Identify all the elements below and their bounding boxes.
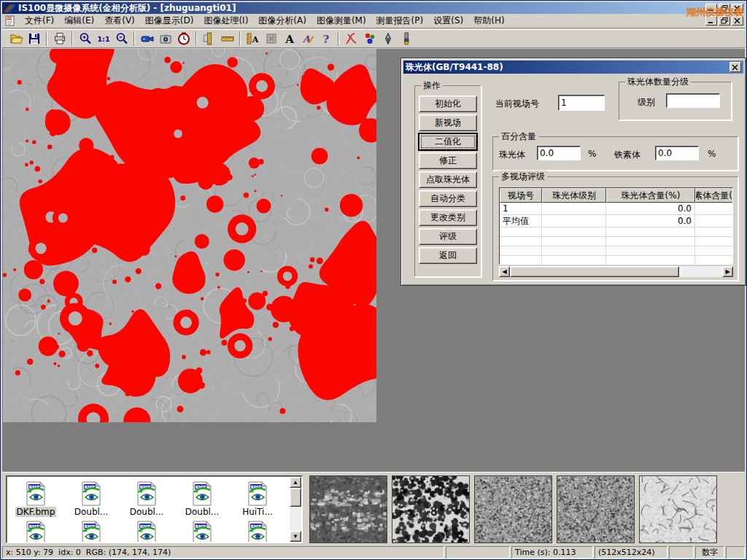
menu-item-1[interactable]: 文件(F) bbox=[20, 13, 59, 28]
op-button-6[interactable]: 自动分类 bbox=[419, 190, 477, 207]
menu-items: 文件(F)编辑(E)查看(V)图像显示(D)图像处理(I)图像分析(A)图像测量… bbox=[20, 13, 510, 28]
level-input[interactable] bbox=[666, 93, 720, 108]
current-field-input[interactable] bbox=[558, 95, 605, 111]
thumbnail-4[interactable] bbox=[557, 475, 635, 543]
open-file-button[interactable] bbox=[7, 30, 25, 47]
scroll-right-button[interactable]: ▶ bbox=[722, 266, 733, 277]
brush-tool-icon bbox=[399, 31, 414, 46]
op-button-7[interactable]: 更改类别 bbox=[419, 209, 477, 226]
op-button-2[interactable]: 新视场 bbox=[419, 114, 477, 131]
classify-dots-button[interactable] bbox=[360, 30, 379, 47]
table-row-1[interactable]: 10.0 bbox=[500, 203, 732, 215]
curve-tool-button[interactable] bbox=[342, 30, 360, 47]
micrograph-image[interactable] bbox=[3, 49, 376, 422]
op-button-3[interactable]: 二值化 bbox=[419, 133, 477, 150]
table-horizontal-scrollbar[interactable]: ◀ ▶ bbox=[499, 266, 733, 277]
table-row-6[interactable] bbox=[500, 256, 732, 265]
open-file-icon bbox=[9, 31, 23, 46]
scrollbar-thumb[interactable] bbox=[290, 488, 301, 507]
file-name[interactable]: Doubl... bbox=[73, 507, 110, 517]
measure-text-button[interactable]: A bbox=[244, 30, 262, 47]
file-list-scrollbar[interactable]: ▲ ▼ bbox=[290, 477, 301, 542]
file-name[interactable]: DKF.bmp bbox=[15, 507, 57, 517]
scrollbar-track[interactable] bbox=[679, 266, 722, 277]
caliper-button[interactable] bbox=[200, 30, 218, 47]
thumbnail-2[interactable] bbox=[392, 475, 470, 543]
help-button[interactable]: ? bbox=[317, 30, 335, 47]
ruler-button[interactable] bbox=[218, 30, 236, 47]
file-name[interactable]: Doubl... bbox=[128, 507, 166, 517]
file-name[interactable]: Doubl... bbox=[184, 507, 221, 517]
table-header-2[interactable]: 珠光体级别 bbox=[542, 188, 606, 203]
scroll-left-button[interactable]: ◀ bbox=[499, 266, 510, 277]
op-button-4[interactable]: 修正 bbox=[419, 152, 477, 169]
status-dimensions: (512x512x24) bbox=[595, 546, 667, 559]
file-item-partial-1[interactable]: BMP bbox=[8, 517, 63, 542]
menu-item-6[interactable]: 图像分析(A) bbox=[253, 13, 311, 28]
menu-item-2[interactable]: 编辑(E) bbox=[59, 13, 99, 28]
menu-item-5[interactable]: 图像处理(I) bbox=[198, 13, 253, 28]
table-row-5[interactable] bbox=[500, 246, 732, 256]
file-item-1[interactable]: BMPDKF.bmp bbox=[8, 478, 63, 517]
op-button-9[interactable]: 返回 bbox=[419, 247, 477, 264]
pearlite-value-input[interactable] bbox=[537, 146, 581, 160]
file-item-3[interactable]: BMPDoubl... bbox=[119, 478, 174, 517]
file-item-partial-5[interactable]: BMP bbox=[230, 517, 285, 542]
scroll-down-button[interactable]: ▼ bbox=[290, 531, 301, 542]
pearlite-label: 珠光体 bbox=[499, 149, 525, 161]
camera-capture-button[interactable] bbox=[156, 30, 174, 47]
pearlite-dialog: 珠光体(GB/T9441-88) 操作 初始化新视场二值化修正点取珠光体自动分类… bbox=[400, 58, 746, 286]
zoom-out-button[interactable] bbox=[112, 30, 131, 47]
table-cell bbox=[542, 237, 606, 246]
menu-item-4[interactable]: 图像显示(D) bbox=[140, 13, 199, 28]
menu-item-7[interactable]: 图像测量(M) bbox=[311, 13, 371, 28]
file-item-5[interactable]: BMPHuiTi... bbox=[230, 478, 285, 517]
table-row-3[interactable] bbox=[500, 228, 732, 237]
text-label-button[interactable]: A bbox=[280, 30, 298, 47]
menu-item-8[interactable]: 测量报告(P) bbox=[371, 13, 429, 28]
scroll-up-button[interactable]: ▲ bbox=[290, 477, 301, 488]
window-titlebar: IS100显微摄像系统(金相分析版) - [zhuguangti01] bbox=[2, 2, 745, 14]
video-capture-button[interactable] bbox=[138, 30, 156, 47]
table-header-1[interactable]: 视场号 bbox=[500, 188, 542, 203]
zoom-in-button[interactable] bbox=[76, 30, 94, 47]
file-item-partial-3[interactable]: BMP bbox=[119, 517, 174, 542]
op-button-8[interactable]: 评级 bbox=[419, 228, 477, 245]
bmp-file-icon: BMP bbox=[135, 521, 158, 542]
file-item-partial-4[interactable]: BMP bbox=[174, 517, 230, 542]
dialog-titlebar[interactable]: 珠光体(GB/T9441-88) bbox=[403, 61, 743, 74]
document-icon[interactable]: DOC bbox=[5, 15, 17, 26]
dialog-close-button[interactable] bbox=[729, 62, 741, 72]
table-row-4[interactable] bbox=[500, 237, 732, 246]
print-button[interactable] bbox=[50, 30, 69, 47]
pen-tool-button[interactable] bbox=[379, 30, 397, 47]
ferrite-value-input[interactable] bbox=[655, 146, 699, 160]
table-header-3[interactable]: 珠光体含量(%) bbox=[606, 188, 695, 203]
file-name[interactable]: HuiTi... bbox=[241, 507, 274, 517]
rating-table[interactable]: 视场号珠光体级别珠光体含量(%)铁素体含量(%)10.0平均值0.0 bbox=[499, 187, 733, 265]
thumbnail-3[interactable] bbox=[474, 475, 552, 543]
thumbnail-1[interactable] bbox=[309, 475, 387, 543]
table-header-4[interactable]: 铁素体含量(%) bbox=[695, 188, 733, 203]
grid-merge-button[interactable] bbox=[262, 30, 280, 47]
dialog-title: 珠光体(GB/T9441-88) bbox=[406, 61, 503, 74]
timer-button[interactable] bbox=[174, 30, 193, 47]
save-button[interactable] bbox=[25, 30, 43, 47]
text-edit-button[interactable]: A bbox=[298, 30, 317, 47]
table-cell bbox=[695, 256, 733, 265]
scrollbar-thumb[interactable] bbox=[510, 266, 679, 277]
op-button-5[interactable]: 点取珠光体 bbox=[419, 171, 477, 188]
actual-size-button[interactable]: 1:1 bbox=[94, 30, 112, 47]
operation-buttons: 初始化新视场二值化修正点取珠光体自动分类更改类别评级返回 bbox=[419, 96, 477, 264]
menu-item-9[interactable]: 设置(S) bbox=[428, 13, 468, 28]
thumbnail-5[interactable] bbox=[639, 475, 717, 543]
measure-text-icon: A bbox=[246, 31, 260, 46]
file-item-partial-2[interactable]: BMP bbox=[63, 517, 119, 542]
brush-tool-button[interactable] bbox=[397, 30, 415, 47]
menu-item-3[interactable]: 查看(V) bbox=[99, 13, 140, 28]
op-button-1[interactable]: 初始化 bbox=[419, 96, 477, 112]
file-item-4[interactable]: BMPDoubl... bbox=[174, 478, 230, 517]
file-item-2[interactable]: BMPDoubl... bbox=[63, 478, 119, 517]
table-row-2[interactable]: 平均值0.0 bbox=[500, 215, 732, 228]
menu-item-10[interactable]: 帮助(H) bbox=[468, 13, 509, 28]
